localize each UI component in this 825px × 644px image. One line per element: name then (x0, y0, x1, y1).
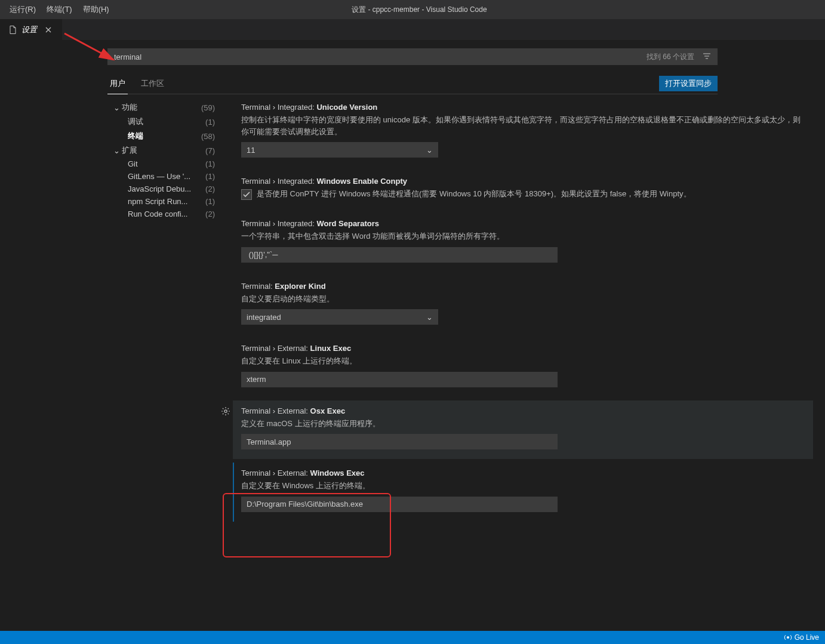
menu-help[interactable]: 帮助(H) (78, 2, 114, 17)
toc-count: (58) (201, 132, 215, 141)
toc-gitlens[interactable]: GitLens — Use '... (1) (111, 170, 217, 183)
scope-workspace[interactable]: 工作区 (138, 73, 167, 94)
menu-terminal[interactable]: 终端(T) (42, 2, 77, 17)
setting-windows-enable-conpty: Terminal › Integrated: Windows Enable Co… (233, 171, 813, 209)
setting-name: Linux Exec (310, 344, 352, 353)
toc-count: (1) (205, 159, 215, 168)
broadcast-icon (784, 633, 792, 642)
settings-scope-tabs: 用户 工作区 打开设置同步 (107, 73, 718, 94)
gear-icon[interactable] (221, 406, 230, 416)
setting-prefix: Terminal › Integrated: (241, 103, 316, 112)
editor-tabs: 设置 (0, 19, 825, 40)
setting-prefix: Terminal › External: (241, 406, 310, 415)
setting-name: Word Separators (316, 219, 379, 228)
setting-name: Windows Exec (310, 469, 365, 477)
toc-label: 扩展 (122, 145, 203, 156)
titlebar: 运行(R) 终端(T) 帮助(H) 设置 - cppcc-member - Vi… (0, 0, 825, 19)
setting-prefix: Terminal › Integrated: (241, 219, 316, 228)
setting-osx-exec: Terminal › External: Osx Exec 定义在 macOS … (233, 400, 813, 460)
chevron-down-icon: ⌄ (426, 146, 433, 155)
unicode-version-select[interactable]: 11 ⌄ (241, 142, 438, 158)
setting-name: Explorer Kind (275, 282, 325, 291)
check-icon (242, 190, 251, 199)
close-icon[interactable] (43, 24, 54, 35)
toc-count: (1) (205, 172, 215, 181)
toc-label: npm Script Run... (128, 197, 203, 206)
toc-npm[interactable]: npm Script Run... (1) (111, 195, 217, 208)
menubar: 运行(R) 终端(T) 帮助(H) (5, 2, 114, 17)
setting-name: Unicode Version (316, 103, 377, 112)
setting-name: Osx Exec (310, 406, 346, 415)
setting-description: 自定义要在 Windows 上运行的终端。 (241, 480, 805, 492)
toc-count: (2) (205, 184, 215, 193)
select-value: integrated (247, 313, 281, 322)
setting-title: Terminal: Explorer Kind (241, 282, 805, 291)
svg-point-1 (224, 409, 227, 412)
statusbar: Go Live (0, 631, 825, 644)
file-icon (8, 25, 18, 35)
setting-prefix: Terminal › Integrated: (241, 177, 316, 186)
toc-label: Git (128, 159, 203, 168)
toc-count: (59) (201, 103, 215, 112)
setting-description: 控制在计算终端中字符的宽度时要使用的 unicode 版本。如果你遇到表情符号或… (241, 114, 805, 137)
toc-label: 功能 (122, 102, 199, 113)
toc-debug[interactable]: 调试 (1) (111, 115, 217, 129)
settings-list[interactable]: Terminal › Integrated: Unicode Version 控… (221, 94, 825, 549)
setting-word-separators: Terminal › Integrated: Word Separators 一… (233, 213, 813, 272)
search-result-count: 找到 66 个设置 (641, 52, 700, 62)
toc-terminal[interactable]: 终端 (58) (111, 129, 217, 143)
toc-runcode[interactable]: Run Code confi... (2) (111, 208, 217, 220)
tab-label: 设置 (21, 24, 37, 35)
setting-windows-exec: Terminal › External: Windows Exec 自定义要在 … (233, 463, 813, 522)
explorer-kind-select[interactable]: integrated ⌄ (241, 309, 438, 325)
windows-exec-input[interactable] (241, 497, 558, 512)
setting-description: 自定义要在 Linux 上运行的终端。 (241, 355, 805, 367)
menu-run[interactable]: 运行(R) (5, 2, 41, 17)
settings-search: 找到 66 个设置 (107, 48, 718, 65)
scope-user[interactable]: 用户 (107, 73, 128, 94)
toc-jsdebug[interactable]: JavaScript Debu... (2) (111, 183, 217, 195)
setting-description: 定义在 macOS 上运行的终端应用程序。 (241, 418, 805, 430)
setting-title: Terminal › Integrated: Unicode Version (241, 103, 805, 112)
toc-label: Run Code confi... (128, 209, 203, 218)
chevron-down-icon: ⌄ (113, 103, 122, 112)
toc-count: (1) (205, 118, 215, 127)
select-value: 11 (247, 146, 255, 155)
chevron-down-icon: ⌄ (113, 146, 122, 155)
toc-count: (2) (205, 209, 215, 218)
filter-icon[interactable] (700, 50, 713, 63)
tab-settings[interactable]: 设置 (0, 19, 63, 40)
setting-explorer-kind: Terminal: Explorer Kind 自定义要启动的终端类型。 int… (233, 276, 813, 335)
setting-title: Terminal › External: Windows Exec (241, 469, 805, 477)
window-title: 设置 - cppcc-member - Visual Studio Code (114, 5, 820, 15)
settings-editor: 找到 66 个设置 用户 工作区 打开设置同步 ⌄ 功能 (59) 调试 (1)… (0, 40, 825, 549)
toc-features[interactable]: ⌄ 功能 (59) (111, 100, 217, 115)
setting-prefix: Terminal › External: (241, 344, 310, 353)
conpty-checkbox[interactable] (241, 189, 252, 200)
setting-title: Terminal › External: Osx Exec (241, 406, 805, 415)
settings-toc[interactable]: ⌄ 功能 (59) 调试 (1) 终端 (58) ⌄ 扩展 (7) Git (1… (107, 94, 221, 549)
linux-exec-input[interactable] (241, 372, 558, 387)
setting-title: Terminal › Integrated: Word Separators (241, 219, 805, 228)
osx-exec-input[interactable] (241, 434, 558, 449)
svg-point-2 (787, 636, 789, 639)
open-settings-sync-button[interactable]: 打开设置同步 (659, 76, 718, 91)
go-live-label: Go Live (795, 633, 819, 642)
setting-title: Terminal › Integrated: Windows Enable Co… (241, 177, 805, 186)
setting-linux-exec: Terminal › External: Linux Exec 自定义要在 Li… (233, 338, 813, 397)
toc-count: (1) (205, 197, 215, 206)
toc-label: 终端 (128, 131, 199, 141)
search-input[interactable] (108, 53, 641, 61)
setting-unicode-version: Terminal › Integrated: Unicode Version 控… (233, 97, 813, 167)
setting-prefix: Terminal: (241, 282, 275, 291)
toc-count: (7) (205, 146, 215, 155)
toc-label: JavaScript Debu... (128, 184, 203, 193)
setting-prefix: Terminal › External: (241, 469, 310, 477)
toc-git[interactable]: Git (1) (111, 158, 217, 170)
setting-title: Terminal › External: Linux Exec (241, 344, 805, 353)
setting-name: Windows Enable Conpty (316, 177, 407, 186)
go-live-button[interactable]: Go Live (784, 633, 819, 642)
toc-extensions[interactable]: ⌄ 扩展 (7) (111, 143, 217, 158)
setting-description: 一个字符串，其中包含双击选择 Word 功能而被视为单词分隔符的所有字符。 (241, 230, 805, 242)
word-separators-input[interactable] (241, 247, 558, 263)
